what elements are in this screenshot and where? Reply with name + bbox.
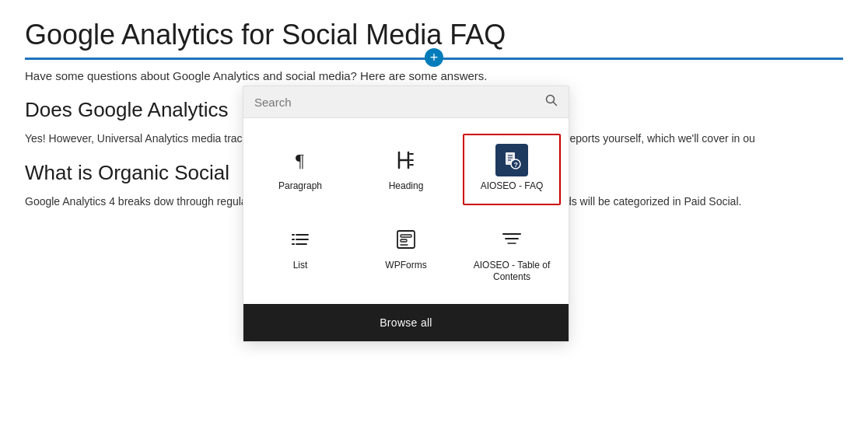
block-item-aioseo-faq[interactable]: ? AIOSEO - FAQ	[463, 134, 561, 205]
block-label-wpforms: WPForms	[385, 260, 426, 272]
aioseo-toc-icon	[501, 225, 523, 253]
paragraph-icon: ¶	[289, 146, 311, 174]
heading-icon	[395, 146, 417, 174]
search-bar	[243, 86, 569, 118]
search-icon	[545, 94, 558, 110]
wpforms-icon	[395, 225, 417, 253]
page-title: Google Analytics for Social Media FAQ	[25, 19, 843, 51]
svg-line-1	[554, 103, 557, 106]
block-item-list[interactable]: List	[251, 213, 349, 296]
block-label-aioseo-faq: AIOSEO - FAQ	[481, 180, 544, 193]
block-item-wpforms[interactable]: WPForms	[357, 213, 455, 296]
page-subtitle: Have some questions about Google Analyti…	[25, 69, 843, 82]
block-inserter-popup: ¶ Paragraph Heading	[243, 86, 569, 342]
block-item-aioseo-toc[interactable]: AIOSEO - Table of Contents	[463, 213, 561, 296]
list-icon	[289, 225, 311, 253]
block-label-paragraph: Paragraph	[278, 180, 322, 193]
svg-text:?: ?	[514, 161, 519, 169]
svg-rect-16	[401, 235, 411, 237]
block-label-aioseo-toc: AIOSEO - Table of Contents	[471, 260, 553, 284]
block-item-paragraph[interactable]: ¶ Paragraph	[251, 134, 349, 205]
search-input[interactable]	[254, 96, 545, 109]
svg-text:¶: ¶	[296, 150, 304, 170]
block-item-heading[interactable]: Heading	[357, 134, 455, 205]
svg-rect-17	[401, 239, 407, 242]
blocks-grid: ¶ Paragraph Heading	[243, 118, 569, 304]
block-label-heading: Heading	[389, 180, 424, 193]
block-label-list: List	[293, 260, 308, 272]
add-block-button[interactable]: +	[425, 48, 443, 67]
title-underline: +	[25, 58, 843, 60]
browse-all-button[interactable]: Browse all	[243, 304, 569, 341]
aioseo-faq-icon: ?	[495, 146, 528, 174]
